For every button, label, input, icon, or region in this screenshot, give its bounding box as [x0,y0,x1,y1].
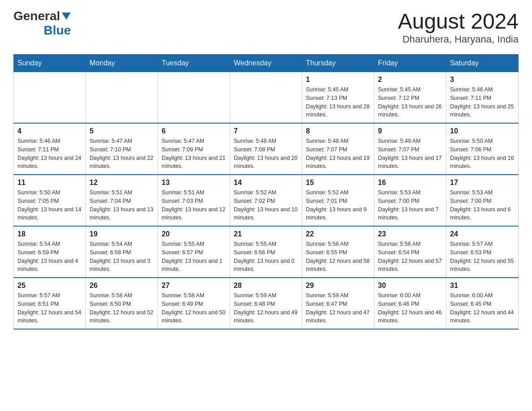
calendar-title-block: August 2024 Dharuhera, Haryana, India [398,9,519,45]
day-info: Sunrise: 5:52 AMSunset: 7:02 PMDaylight:… [234,188,298,222]
calendar-cell: 5Sunrise: 5:47 AMSunset: 7:10 PMDaylight… [86,123,158,175]
calendar-week-row: 11Sunrise: 5:50 AMSunset: 7:05 PMDayligh… [14,175,519,226]
calendar-cell: 6Sunrise: 5:47 AMSunset: 7:09 PMDaylight… [158,123,230,175]
day-info: Sunrise: 5:57 AMSunset: 6:51 PMDaylight:… [17,291,82,325]
day-info: Sunrise: 5:46 AMSunset: 7:11 PMDaylight:… [450,86,515,119]
day-number: 28 [234,282,298,290]
calendar-cell: 9Sunrise: 5:49 AMSunset: 7:07 PMDaylight… [374,123,446,175]
calendar-cell: 8Sunrise: 5:48 AMSunset: 7:07 PMDaylight… [302,123,374,175]
day-number: 11 [17,179,82,187]
day-info: Sunrise: 5:57 AMSunset: 6:53 PMDaylight:… [450,240,515,274]
calendar-week-row: 4Sunrise: 5:46 AMSunset: 7:11 PMDaylight… [14,123,519,175]
day-number: 26 [90,282,154,290]
day-number: 5 [90,127,154,135]
weekday-header: Thursday [302,55,374,72]
calendar-cell: 10Sunrise: 5:50 AMSunset: 7:06 PMDayligh… [446,123,519,175]
calendar-cell: 23Sunrise: 5:56 AMSunset: 6:54 PMDayligh… [374,226,446,278]
day-number: 18 [17,230,82,238]
day-number: 31 [450,282,515,290]
weekday-header: Wednesday [230,55,302,72]
calendar-cell: 12Sunrise: 5:51 AMSunset: 7:04 PMDayligh… [86,175,158,226]
day-number: 14 [234,179,298,187]
calendar-title: August 2024 [398,9,519,34]
day-number: 8 [306,127,370,135]
day-info: Sunrise: 5:56 AMSunset: 6:55 PMDaylight:… [306,240,370,274]
day-number: 23 [378,230,442,238]
calendar-cell: 18Sunrise: 5:54 AMSunset: 6:59 PMDayligh… [14,226,86,278]
calendar-cell: 14Sunrise: 5:52 AMSunset: 7:02 PMDayligh… [230,175,302,226]
day-number: 12 [90,179,154,187]
calendar-cell [86,72,158,124]
day-number: 19 [90,230,154,238]
calendar-cell: 2Sunrise: 5:45 AMSunset: 7:12 PMDaylight… [374,72,446,124]
calendar-table: SundayMondayTuesdayWednesdayThursdayFrid… [13,54,519,330]
day-info: Sunrise: 5:49 AMSunset: 7:07 PMDaylight:… [378,137,442,171]
calendar-cell: 13Sunrise: 5:51 AMSunset: 7:03 PMDayligh… [158,175,230,226]
calendar-cell: 17Sunrise: 5:53 AMSunset: 7:00 PMDayligh… [446,175,519,226]
day-info: Sunrise: 5:58 AMSunset: 6:50 PMDaylight:… [90,291,154,325]
day-info: Sunrise: 5:52 AMSunset: 7:01 PMDaylight:… [306,188,370,222]
day-number: 2 [378,76,442,84]
day-number: 22 [306,230,370,238]
weekday-header: Saturday [446,55,519,72]
logo-triangle-icon [62,13,71,20]
day-number: 4 [17,127,82,135]
weekday-header: Friday [374,55,446,72]
day-info: Sunrise: 5:47 AMSunset: 7:10 PMDaylight:… [90,137,154,171]
calendar-cell [158,72,230,124]
calendar-cell: 25Sunrise: 5:57 AMSunset: 6:51 PMDayligh… [14,278,86,329]
day-info: Sunrise: 5:54 AMSunset: 6:58 PMDaylight:… [90,240,154,274]
calendar-cell: 11Sunrise: 5:50 AMSunset: 7:05 PMDayligh… [14,175,86,226]
day-number: 10 [450,127,515,135]
weekday-header: Monday [86,55,158,72]
day-info: Sunrise: 5:50 AMSunset: 7:05 PMDaylight:… [17,188,82,222]
calendar-cell: 7Sunrise: 5:48 AMSunset: 7:08 PMDaylight… [230,123,302,175]
day-info: Sunrise: 5:46 AMSunset: 7:11 PMDaylight:… [17,137,82,171]
calendar-week-row: 25Sunrise: 5:57 AMSunset: 6:51 PMDayligh… [14,278,519,329]
day-info: Sunrise: 5:56 AMSunset: 6:54 PMDaylight:… [378,240,442,274]
day-info: Sunrise: 5:45 AMSunset: 7:12 PMDaylight:… [378,86,442,119]
day-info: Sunrise: 5:51 AMSunset: 7:03 PMDaylight:… [162,188,226,222]
calendar-cell: 29Sunrise: 5:59 AMSunset: 6:47 PMDayligh… [302,278,374,329]
day-info: Sunrise: 5:55 AMSunset: 6:56 PMDaylight:… [234,240,298,274]
logo-blue-text: Blue [44,23,71,38]
calendar-cell: 24Sunrise: 5:57 AMSunset: 6:53 PMDayligh… [446,226,519,278]
day-number: 17 [450,179,515,187]
calendar-cell: 31Sunrise: 6:00 AMSunset: 6:45 PMDayligh… [446,278,519,329]
calendar-cell [230,72,302,124]
weekday-header: Sunday [14,55,86,72]
day-info: Sunrise: 5:58 AMSunset: 6:49 PMDaylight:… [162,291,226,325]
day-number: 25 [17,282,82,290]
calendar-cell: 19Sunrise: 5:54 AMSunset: 6:58 PMDayligh… [86,226,158,278]
logo-general-text: General [13,9,60,23]
logo: General Blue [13,9,71,38]
day-info: Sunrise: 5:51 AMSunset: 7:04 PMDaylight:… [90,188,154,222]
calendar-cell [14,72,86,124]
calendar-week-row: 18Sunrise: 5:54 AMSunset: 6:59 PMDayligh… [14,226,519,278]
day-info: Sunrise: 5:59 AMSunset: 6:48 PMDaylight:… [234,291,298,325]
day-info: Sunrise: 6:00 AMSunset: 6:46 PMDaylight:… [378,291,442,325]
day-number: 27 [162,282,226,290]
calendar-cell: 1Sunrise: 5:45 AMSunset: 7:13 PMDaylight… [302,72,374,124]
calendar-cell: 22Sunrise: 5:56 AMSunset: 6:55 PMDayligh… [302,226,374,278]
calendar-cell: 21Sunrise: 5:55 AMSunset: 6:56 PMDayligh… [230,226,302,278]
day-info: Sunrise: 5:48 AMSunset: 7:08 PMDaylight:… [234,137,298,171]
calendar-subtitle: Dharuhera, Haryana, India [398,34,519,45]
calendar-cell: 4Sunrise: 5:46 AMSunset: 7:11 PMDaylight… [14,123,86,175]
day-info: Sunrise: 5:50 AMSunset: 7:06 PMDaylight:… [450,137,515,171]
calendar-cell: 30Sunrise: 6:00 AMSunset: 6:46 PMDayligh… [374,278,446,329]
day-number: 20 [162,230,226,238]
day-info: Sunrise: 5:59 AMSunset: 6:47 PMDaylight:… [306,291,370,325]
day-number: 6 [162,127,226,135]
calendar-week-row: 1Sunrise: 5:45 AMSunset: 7:13 PMDaylight… [14,72,519,124]
day-info: Sunrise: 5:54 AMSunset: 6:59 PMDaylight:… [17,240,82,274]
day-info: Sunrise: 5:55 AMSunset: 6:57 PMDaylight:… [162,240,226,274]
calendar-cell: 16Sunrise: 5:53 AMSunset: 7:00 PMDayligh… [374,175,446,226]
day-info: Sunrise: 5:45 AMSunset: 7:13 PMDaylight:… [306,86,370,119]
day-number: 16 [378,179,442,187]
day-info: Sunrise: 5:53 AMSunset: 7:00 PMDaylight:… [378,188,442,222]
calendar-header-row: SundayMondayTuesdayWednesdayThursdayFrid… [14,55,519,72]
calendar-cell: 28Sunrise: 5:59 AMSunset: 6:48 PMDayligh… [230,278,302,329]
day-number: 3 [450,76,515,84]
day-number: 30 [378,282,442,290]
